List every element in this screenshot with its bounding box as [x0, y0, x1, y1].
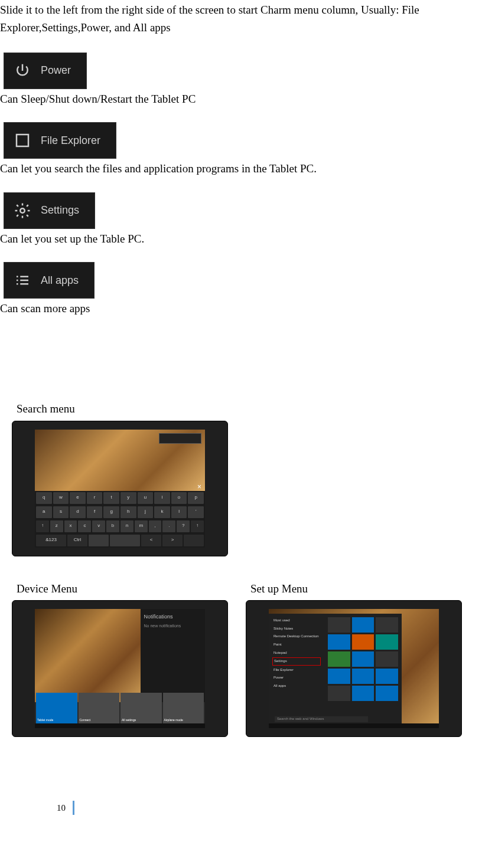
notification-panel[interactable]: Notifications No new notifications — [141, 609, 205, 702]
taskbar[interactable] — [35, 723, 205, 728]
start-menu-item[interactable]: Most used — [272, 617, 321, 624]
keyboard-key[interactable]: m — [135, 520, 148, 532]
keyboard-key[interactable]: a — [36, 506, 52, 518]
keyboard-key[interactable]: r — [87, 492, 103, 504]
all-apps-menu-item[interactable]: All apps — [4, 262, 95, 299]
power-menu-item[interactable]: Power — [4, 53, 87, 89]
keyboard-key[interactable]: < — [141, 535, 161, 546]
keyboard-key[interactable]: i — [154, 492, 170, 504]
keyboard-key[interactable]: w — [53, 492, 69, 504]
power-label: Power — [41, 62, 71, 79]
start-menu-item[interactable]: All apps — [272, 683, 321, 690]
keyboard-key[interactable]: &123 — [36, 535, 66, 546]
keyboard-key[interactable]: . — [162, 520, 175, 532]
settings-label: Settings — [41, 202, 79, 219]
keyboard-key[interactable]: j — [138, 506, 154, 518]
keyboard-key[interactable]: ↑ — [36, 520, 49, 532]
file-explorer-label: File Explorer — [41, 132, 100, 149]
keyboard-key[interactable]: ↑ — [191, 520, 204, 532]
keyboard-key[interactable]: > — [162, 535, 183, 546]
keyboard-key[interactable]: s — [53, 506, 69, 518]
on-screen-keyboard[interactable]: qwertyuiop asdfghjkl' ↑zxcvbnm,.?↑ &123C… — [35, 491, 205, 548]
power-desc: Can Sleep/Shut down/Restart the Tablet P… — [0, 90, 482, 108]
keyboard-key[interactable]: h — [120, 506, 136, 518]
search-menu-heading: Search menu — [17, 400, 482, 418]
start-menu-item[interactable]: Notepad — [272, 650, 321, 657]
settings-desc: Can let you set up the Table PC. — [0, 230, 482, 248]
keyboard-key[interactable]: b — [106, 520, 119, 532]
start-panel[interactable]: Most usedSticky NotesRemote Desktop Conn… — [269, 614, 402, 723]
settings-menu-item[interactable]: Settings — [4, 192, 95, 229]
keyboard-key[interactable]: ? — [177, 520, 190, 532]
keyboard-key[interactable]: e — [70, 492, 86, 504]
keyboard-key[interactable]: , — [149, 520, 162, 532]
power-icon — [12, 61, 32, 81]
keyboard-key[interactable] — [110, 535, 140, 546]
keyboard-key[interactable]: n — [120, 520, 133, 532]
notification-subtitle: No new notifications — [144, 623, 201, 629]
device-menu-heading: Device Menu — [17, 580, 228, 598]
keyboard-key[interactable] — [184, 535, 204, 546]
keyboard-key[interactable]: g — [103, 506, 119, 518]
file-explorer-icon — [12, 130, 32, 150]
keyboard-key[interactable]: ' — [188, 506, 204, 518]
page-footer: 10 — [57, 801, 482, 815]
keyboard-key[interactable]: v — [92, 520, 105, 532]
svg-rect-0 — [17, 135, 28, 146]
keyboard-key[interactable]: o — [171, 492, 187, 504]
keyboard-key[interactable]: p — [188, 492, 204, 504]
list-icon — [12, 270, 32, 290]
quick-action-tile[interactable]: Tablet mode — [36, 693, 77, 723]
page-number: 10 — [57, 801, 66, 815]
intro-text: Slide it to the left from the right side… — [0, 1, 482, 37]
setup-menu-screenshot: Most usedSticky NotesRemote Desktop Conn… — [246, 600, 462, 737]
keyboard-key[interactable]: z — [50, 520, 63, 532]
all-apps-desc: Can scan more apps — [0, 300, 482, 317]
start-menu-item[interactable]: Settings — [272, 657, 321, 666]
start-menu-item[interactable]: Paint — [272, 641, 321, 648]
keyboard-key[interactable]: l — [171, 506, 187, 518]
taskbar[interactable] — [269, 723, 439, 728]
start-search-input[interactable]: Search the web and Windows — [275, 716, 368, 722]
keyboard-key[interactable]: t — [103, 492, 119, 504]
keyboard-key[interactable]: f — [87, 506, 103, 518]
quick-action-tile[interactable]: Connect — [79, 693, 120, 723]
all-apps-label: All apps — [41, 272, 79, 289]
footer-separator — [73, 801, 74, 815]
search-menu-screenshot: × qwertyuiop asdfghjkl' ↑zxcvbnm,.?↑ &12… — [12, 421, 228, 556]
device-menu-screenshot: Notifications No new notifications Table… — [12, 600, 228, 737]
keyboard-key[interactable]: y — [120, 492, 136, 504]
keyboard-key[interactable]: k — [154, 506, 170, 518]
quick-action-tile[interactable]: Airplane mode — [163, 693, 204, 723]
keyboard-key[interactable]: x — [64, 520, 77, 532]
start-menu-item[interactable]: File Explorer — [272, 667, 321, 674]
notification-title: Notifications — [144, 612, 201, 621]
keyboard-key[interactable]: q — [36, 492, 52, 504]
keyboard-key[interactable]: d — [70, 506, 86, 518]
start-menu-item[interactable]: Remote Desktop Connection — [272, 633, 321, 640]
start-menu-item[interactable]: Sticky Notes — [272, 625, 321, 633]
search-box[interactable] — [159, 433, 201, 444]
keyboard-key[interactable]: c — [78, 520, 91, 532]
gear-icon — [12, 201, 32, 221]
start-menu-item[interactable]: Power — [272, 674, 321, 682]
svg-point-1 — [20, 208, 25, 213]
keyboard-key[interactable] — [89, 535, 109, 546]
quick-action-tile[interactable]: All settings — [120, 693, 162, 723]
file-explorer-desc: Can let you search the files and applica… — [0, 160, 482, 178]
keyboard-key[interactable]: Ctrl — [67, 535, 87, 546]
keyboard-key[interactable]: u — [138, 492, 154, 504]
setup-menu-heading: Set up Menu — [250, 580, 462, 598]
file-explorer-menu-item[interactable]: File Explorer — [4, 122, 116, 159]
